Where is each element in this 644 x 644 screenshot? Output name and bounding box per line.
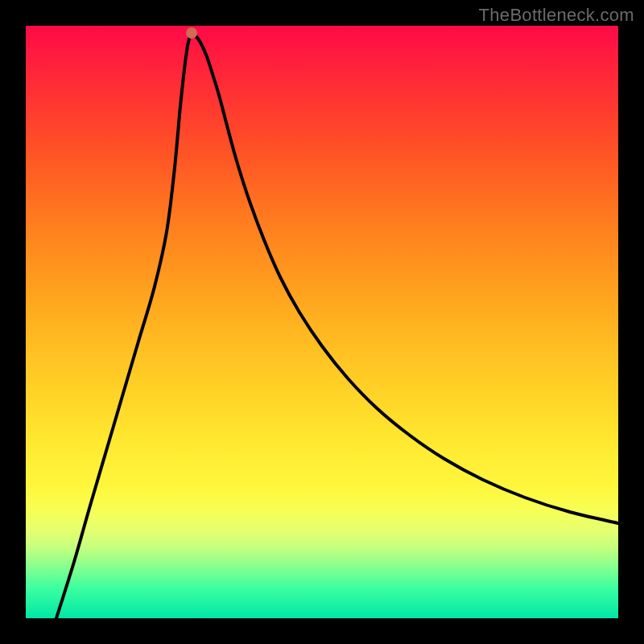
min-marker: [186, 27, 197, 39]
chart-svg: [26, 26, 618, 618]
watermark-text: TheBottleneck.com: [479, 5, 634, 26]
chart-frame: TheBottleneck.com: [0, 0, 644, 644]
bottleneck-curve: [56, 35, 618, 618]
plot-area: [26, 26, 618, 618]
